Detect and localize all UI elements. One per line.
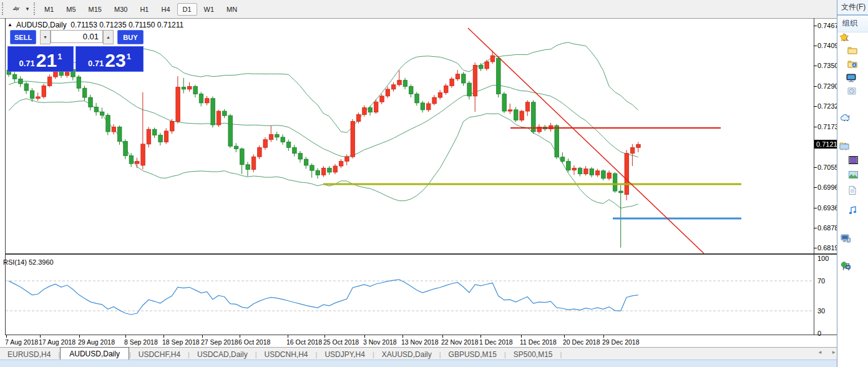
buy-button[interactable]: BUY — [117, 30, 144, 44]
date-axis-tick — [603, 335, 604, 338]
candle-body — [391, 85, 396, 89]
candle-body — [217, 111, 221, 125]
timeframe-button-m5[interactable]: M5 — [61, 3, 81, 16]
chart-tab-eurusd-h4[interactable]: EURUSD,H4 — [0, 348, 58, 360]
rsi-separator[interactable] — [5, 253, 837, 255]
chart-tab-audusd-daily[interactable]: AUDUSD,Daily — [60, 347, 129, 360]
candle-body — [514, 110, 519, 120]
rsi-axis-label: 30 — [817, 307, 825, 315]
timeframe-button-h1[interactable]: H1 — [134, 3, 154, 16]
candle-body — [397, 81, 402, 85]
candle-body — [30, 91, 34, 99]
candle-body — [630, 147, 635, 153]
candle-body — [205, 99, 210, 103]
date-axis-label: 3 Nov 2018 — [363, 338, 397, 346]
explorer-item-label: 网 — [842, 262, 850, 272]
date-axis-label: 13 Nov 2018 — [401, 338, 439, 346]
sell-button[interactable]: SELL — [10, 30, 36, 44]
candle-body — [24, 84, 29, 91]
timeframe-bar: M1M5M15M30H1H4D1W1MN — [39, 2, 244, 16]
chart-tab-gbpusd-m15[interactable]: GBPUSD,M15 — [441, 348, 504, 360]
chart-tab-usdchf-h4[interactable]: USDCHF,H4 — [131, 348, 188, 360]
arrows-icon[interactable] — [10, 3, 24, 14]
date-axis-tick — [521, 335, 522, 338]
timeframe-button-m30[interactable]: M30 — [109, 3, 133, 16]
candle-body — [269, 134, 273, 139]
price-axis-tick — [814, 208, 817, 208]
candle-body — [246, 165, 250, 170]
candle-body — [275, 134, 280, 137]
chart-tab-xauusd-daily[interactable]: XAUUSD,Daily — [374, 348, 439, 360]
candle-body — [333, 166, 338, 172]
price-axis-tick — [814, 187, 817, 188]
candle-body — [356, 115, 361, 122]
candle-body — [485, 62, 489, 69]
candle-body — [117, 127, 122, 141]
volume-increase-button[interactable]: ▲ — [103, 30, 114, 44]
date-axis-label: 18 Sep 2018 — [162, 338, 200, 346]
candle-body — [193, 87, 198, 94]
date-axis-label: 1 Dec 2018 — [479, 338, 513, 346]
date-axis-label: 7 Aug 2018 — [5, 338, 38, 346]
candle-body — [619, 191, 623, 193]
candle-body — [42, 86, 46, 97]
date-axis-label: 29 Dec 2018 — [602, 338, 640, 346]
candle-body — [444, 86, 449, 92]
panel-collapse-icon[interactable]: ▲ — [7, 22, 12, 27]
candle-body — [89, 97, 93, 107]
timeframe-button-w1[interactable]: W1 — [198, 3, 220, 16]
explorer-organize-button[interactable]: 组织 — [837, 16, 868, 32]
candle-body — [490, 56, 495, 62]
volume-input[interactable] — [51, 30, 103, 43]
explorer-item-star[interactable]: 收 — [839, 32, 849, 43]
explorer-item-computer[interactable]: 计 — [841, 234, 850, 245]
candle-body — [403, 81, 407, 87]
timeframe-button-d1[interactable]: D1 — [177, 3, 197, 16]
chart-tab-usdcnh-h4[interactable]: USDCNH,H4 — [257, 348, 316, 360]
price-axis-tick — [814, 46, 817, 46]
toolbar-grip-2[interactable] — [34, 2, 37, 15]
timeframe-button-mn[interactable]: MN — [221, 3, 243, 16]
chart-ohlc-values: 0.71153 0.71235 0.71150 0.71211 — [71, 21, 183, 29]
candle-body — [555, 125, 559, 157]
chart-tab-usdcad-daily[interactable]: USDCAD,Daily — [190, 348, 255, 360]
candle-body — [438, 92, 442, 97]
candle-body — [158, 135, 163, 142]
candle-body — [560, 157, 565, 162]
candle-body — [363, 108, 367, 115]
ask-quote-box[interactable]: 0.71 23 1 — [76, 46, 144, 72]
date-axis-label: 27 Sep 2018 — [201, 338, 238, 346]
explorer-item-library[interactable]: 库 — [839, 142, 849, 152]
candle-body — [304, 159, 308, 165]
volume-decrease-button[interactable]: ▼ — [40, 30, 51, 44]
price-axis-tick — [814, 106, 817, 107]
chart-tab-usdjpy-h4[interactable]: USDJPY,H4 — [317, 348, 372, 360]
bid-quote-box[interactable]: 0.71 21 1 — [7, 46, 74, 72]
candle-body — [106, 115, 110, 132]
candle-body — [543, 127, 547, 129]
candle-body — [112, 127, 116, 132]
timeframe-button-h4[interactable]: H4 — [155, 3, 175, 16]
status-bar — [0, 360, 837, 367]
toolbar-dropdown-icon[interactable]: ▼ — [25, 6, 30, 12]
date-axis-tick — [324, 335, 325, 338]
ask-price-big: 23 — [105, 51, 125, 70]
candle-body — [19, 79, 23, 84]
rsi-line — [9, 280, 638, 315]
explorer-item-cloud[interactable]: W — [841, 114, 849, 123]
candle-body — [525, 102, 530, 111]
candle-body — [141, 144, 145, 165]
candle-body — [374, 102, 378, 112]
timeframe-button-m15[interactable]: M15 — [83, 3, 107, 16]
candle-body — [415, 94, 419, 103]
top-toolbar: ▼ M1M5M15M30H1H4D1W1MN — [0, 0, 837, 19]
candle-body — [281, 137, 285, 142]
explorer-file-menu[interactable]: 文件(F) — [837, 0, 868, 16]
explorer-item-network[interactable]: 网 — [841, 262, 850, 272]
timeframe-button-m1[interactable]: M1 — [39, 3, 59, 16]
candle-body — [625, 154, 629, 195]
toolbar-grip[interactable] — [2, 2, 6, 15]
chart-tab-sp500-m15[interactable]: SP500,M15 — [506, 348, 560, 360]
candle-body — [508, 110, 512, 111]
candle-body — [386, 89, 390, 96]
